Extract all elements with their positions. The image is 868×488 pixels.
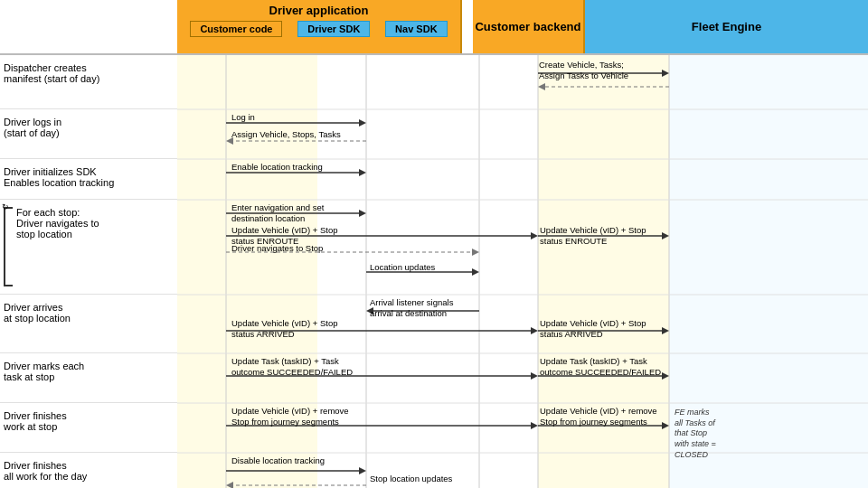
label-dispatcher: Dispatcher createsmanifest (start of day…: [0, 55, 177, 109]
label-driver-navigates: ↻ For each stop:Driver navigates tostop …: [0, 200, 177, 295]
arrow-disable-tracking-head: [359, 467, 366, 474]
msg-stop-location-updates: Stop location updates: [370, 474, 452, 483]
arrow-update-task-fe-head: [662, 372, 669, 380]
msg-update-task-fe: Update Task (taskID) + Taskoutcome SUCCE…: [540, 356, 661, 379]
arrow-driver-nav-stop-head: [472, 249, 479, 256]
msg-location-updates: Location updates: [370, 262, 435, 272]
msg-enter-nav: Enter navigation and setdestination loca…: [231, 202, 324, 225]
loop-label: ↻: [2, 202, 9, 211]
label-driver-finishes-stop: Driver finisheswork at stop: [0, 403, 177, 453]
msg-disable-tracking: Disable location tracking: [231, 455, 325, 465]
msg-create-vehicle: Create Vehicle, Tasks;Assign Tasks to Ve…: [539, 60, 628, 82]
msg-driver-nav-stop: Driver navigates to Stop: [231, 243, 323, 253]
customer-backend-label: Customer backend: [475, 20, 580, 33]
arrow-update-enroute-fe-head: [662, 232, 669, 239]
msg-update-enroute-fe: Update Vehicle (vID) + Stopstatus ENROUT…: [540, 225, 646, 248]
msg-log-in: Log in: [231, 112, 255, 122]
customer-code-label: Customer code: [190, 21, 282, 37]
arrow-return-tasks-head: [538, 83, 545, 90]
loop-bracket: [4, 207, 13, 286]
msg-enable-tracking: Enable location tracking: [231, 162, 323, 172]
msg-update-remove: Update Vehicle (vID) + removeStop from j…: [231, 406, 349, 428]
label-driver-arrives: Driver arrivesat stop location: [0, 295, 177, 353]
fleet-engine-label: Fleet Engine: [692, 20, 761, 33]
arrow-update-remove-stop-fe-head: [662, 422, 669, 429]
fleet-engine-header: Fleet Engine: [585, 0, 868, 53]
sequence-area: Create Vehicle, Tasks;Assign Tasks to Ve…: [177, 55, 868, 488]
arrow-update-remove-stop-head: [531, 422, 538, 429]
msg-update-arrived: Update Vehicle (vID) + Stopstatus ARRIVE…: [231, 318, 338, 341]
header-left-spacer: [0, 0, 177, 53]
msg-arrival-listener: Arrival listener signalsarrival at desti…: [370, 297, 453, 320]
label-driver-init: Driver initializes SDKEnables location t…: [0, 159, 177, 200]
header-driver-app: Driver application Customer code Driver …: [177, 0, 462, 53]
arrow-create-vehicle-head: [662, 70, 669, 77]
arrow-update-arrived-head: [531, 327, 538, 334]
msg-assign-vehicle: Assign Vehicle, Stops, Tasks: [231, 129, 341, 139]
left-labels: Dispatcher createsmanifest (start of day…: [0, 55, 177, 488]
arrow-update-enroute-head: [531, 232, 538, 239]
nav-sdk-label: Nav SDK: [385, 21, 447, 37]
customer-backend-header: Customer backend: [473, 0, 585, 53]
label-driver-marks: Driver marks eachtask at stop: [0, 353, 177, 403]
arrow-location-updates-head: [472, 268, 479, 276]
main-area: Dispatcher createsmanifest (start of day…: [0, 55, 868, 488]
driver-app-title: Driver application: [269, 4, 369, 17]
diagram-container: { "header": { "driver_app_label": "Drive…: [0, 0, 868, 488]
arrow-enable-tracking-head: [359, 169, 366, 176]
label-driver-finishes-day: Driver finishesall work for the day: [0, 453, 177, 488]
arrow-update-task-head: [531, 372, 538, 380]
msg-update-task: Update Task (taskID) + Taskoutcome SUCCE…: [231, 356, 353, 379]
msg-update-arrived-fe: Update Vehicle (vID) + Stopstatus ARRIVE…: [540, 318, 646, 341]
arrow-stop-location-updates-head: [226, 482, 233, 488]
driver-sdk-label: Driver SDK: [297, 21, 370, 37]
note-fe-marks: FE marksall Tasks ofthat Stopwith state …: [675, 408, 716, 460]
gap1: [462, 0, 473, 53]
msg-update-remove-fe: Update Vehicle (vID) + removeStop from j…: [540, 406, 657, 428]
arrow-enter-nav-head: [359, 210, 366, 217]
arrow-update-arrived-fe-head: [662, 327, 669, 334]
label-driver-logs-in: Driver logs in(start of day): [0, 109, 177, 159]
arrow-log-in-head: [359, 119, 366, 127]
